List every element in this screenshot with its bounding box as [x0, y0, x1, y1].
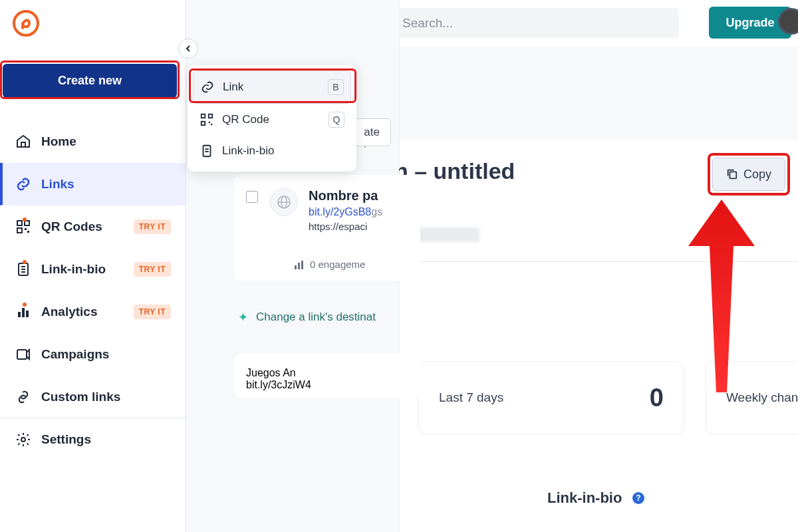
svg-rect-11: [22, 308, 25, 317]
stat-value: 0: [650, 384, 664, 412]
gear-icon: [15, 431, 32, 448]
nav-label: Campaigns: [41, 347, 109, 362]
section-title: Link-in-bio: [547, 489, 622, 507]
link-icon: [15, 176, 32, 193]
custom-links-icon: [15, 388, 32, 406]
nav-label: QR Codes: [41, 219, 102, 234]
dropdown-item-link-in-bio[interactable]: Link-in-bio: [193, 136, 351, 166]
help-icon[interactable]: ?: [632, 492, 644, 504]
svg-rect-25: [201, 114, 205, 118]
change-destination-row[interactable]: ✦ Change a link's destinat: [238, 301, 399, 334]
try-it-badge: TRY IT: [134, 305, 171, 319]
long-url: https://espaci: [309, 221, 382, 232]
stat-label: Weekly chan: [726, 390, 798, 405]
nav-label: Analytics: [41, 305, 97, 319]
nav-label: Links: [41, 177, 74, 192]
sidebar-item-analytics[interactable]: Analytics TRY IT: [0, 291, 186, 333]
copy-label: Copy: [743, 168, 771, 182]
link-title: Nombre pa: [309, 188, 382, 203]
partial-button[interactable]: ate: [352, 118, 391, 146]
copy-button[interactable]: Copy: [712, 158, 785, 191]
new-indicator-dot: [23, 217, 27, 221]
svg-rect-4: [25, 228, 27, 230]
brand-logo: [12, 9, 40, 37]
svg-rect-28: [209, 122, 210, 123]
copy-icon: [726, 168, 738, 180]
try-it-badge: TRY IT: [134, 219, 171, 234]
svg-rect-29: [211, 124, 212, 125]
sidebar-item-links[interactable]: Links: [0, 163, 186, 205]
sidebar-item-custom-links[interactable]: Custom links: [0, 376, 186, 418]
svg-rect-26: [209, 114, 213, 118]
svg-rect-10: [18, 312, 21, 317]
sidebar-item-campaigns[interactable]: Campaigns: [0, 333, 186, 376]
link-in-bio-icon: [200, 144, 214, 158]
dropdown-label: QR Code: [222, 113, 329, 126]
link-checkbox[interactable]: [246, 191, 258, 203]
svg-rect-12: [26, 311, 29, 317]
home-icon: [15, 133, 32, 150]
divider: [400, 261, 798, 262]
svg-point-14: [21, 438, 25, 442]
bars-icon: [294, 260, 305, 269]
svg-rect-21: [301, 261, 303, 269]
right-panel: Search... Upgrade n – untitled Copy Last…: [399, 0, 798, 532]
link-card[interactable]: Nombre pa bit.ly/2yGsB8gs https://espaci…: [234, 175, 420, 281]
link-icon: [200, 80, 215, 94]
svg-rect-19: [295, 265, 297, 269]
engagements-row: 0 engageme: [294, 259, 410, 270]
sidebar-item-settings[interactable]: Settings: [0, 418, 186, 461]
collapse-sidebar-button[interactable]: [178, 39, 198, 59]
globe-icon: [270, 188, 298, 216]
stat-label: Last 7 days: [439, 390, 650, 405]
svg-rect-27: [201, 122, 205, 126]
svg-rect-20: [298, 263, 300, 269]
campaigns-icon: [15, 346, 32, 363]
create-dropdown: Link B QR Code Q Link-in-bio: [188, 65, 356, 172]
dropdown-item-link[interactable]: Link B: [193, 70, 351, 104]
stat-card-weekly-change: Weekly chan: [706, 361, 798, 434]
keyboard-shortcut: B: [328, 79, 344, 95]
nav-label: Custom links: [41, 390, 120, 404]
svg-point-0: [14, 11, 38, 35]
svg-rect-1: [17, 221, 22, 225]
engagements-text: 0 engageme: [310, 259, 365, 270]
sparkle-icon: ✦: [238, 310, 248, 325]
create-new-button[interactable]: Create new: [3, 64, 177, 98]
qr-icon: [200, 112, 214, 127]
link-title: Juegos An: [246, 367, 311, 379]
sidebar: Create new Home Links QR Codes TRY IT Li…: [0, 0, 186, 532]
svg-rect-3: [17, 228, 22, 233]
new-indicator-dot: [23, 303, 27, 307]
svg-rect-5: [27, 231, 29, 233]
sidebar-item-qr-codes[interactable]: QR Codes TRY IT: [0, 205, 186, 248]
dropdown-label: Link: [223, 80, 328, 94]
link-card[interactable]: Juegos An bit.ly/3cJziW4: [234, 354, 420, 398]
sidebar-item-home[interactable]: Home: [0, 120, 186, 163]
dropdown-label: Link-in-bio: [222, 144, 344, 158]
short-link[interactable]: bit.ly/2yGsB8gs: [309, 206, 382, 218]
nav-label: Link-in-bio: [41, 262, 106, 277]
nav-label: Home: [41, 134, 76, 149]
nav-label: Settings: [41, 432, 91, 447]
header-background: [400, 47, 798, 140]
change-text: Change a link's destinat: [256, 311, 376, 324]
try-it-badge: TRY IT: [134, 262, 171, 277]
short-link[interactable]: bit.ly/3cJziW4: [246, 379, 311, 391]
search-input[interactable]: Search...: [393, 8, 679, 38]
nav-menu: Home Links QR Codes TRY IT Link-in-bio T…: [0, 120, 186, 461]
new-indicator-dot: [23, 260, 27, 264]
svg-rect-33: [730, 172, 736, 178]
sidebar-item-link-in-bio[interactable]: Link-in-bio TRY IT: [0, 248, 186, 291]
stat-card-last-7-days: Last 7 days 0: [418, 361, 684, 434]
keyboard-shortcut: Q: [329, 112, 344, 128]
dropdown-item-qr[interactable]: QR Code Q: [193, 104, 351, 136]
svg-rect-13: [17, 350, 27, 359]
